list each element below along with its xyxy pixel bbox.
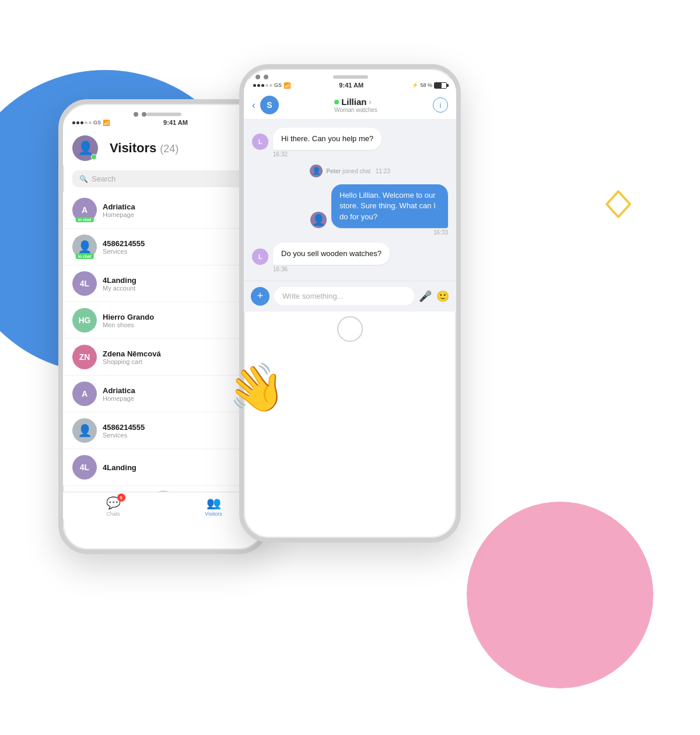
chat-input-bar: + Write something... 🎤 🙂	[244, 281, 456, 312]
r-dot1	[256, 75, 260, 79]
r-sig-dot1	[253, 84, 256, 87]
emoji-icon[interactable]: 🙂	[436, 290, 449, 303]
search-icon: 🔍	[79, 175, 88, 183]
r-sig-dot4	[265, 84, 268, 87]
chat-header: ‹ S Lillian › Woman watches i	[244, 91, 456, 120]
phone-speaker-right	[333, 75, 368, 79]
chats-tab-label: Chats	[106, 511, 120, 517]
microphone-icon[interactable]: 🎤	[419, 290, 432, 303]
visitor-initial-4: ZN	[79, 352, 90, 362]
chat-subtitle: Woman watches	[334, 107, 377, 113]
visitor-info-4: Zdena Němcová Shopping cart	[103, 349, 161, 365]
back-button[interactable]: ‹	[252, 99, 256, 111]
msg-row-2: Hello Lillian. Welcome to our store. Sur…	[252, 184, 448, 228]
msg-col-2: Hello Lillian. Welcome to our store. Sur…	[252, 184, 448, 236]
chevron-right-icon: ›	[369, 98, 371, 106]
visitor-initial-0: A	[82, 205, 88, 215]
msg-row-0: L Hi there. Can you help me?	[252, 128, 448, 150]
wifi-right: 📶	[284, 82, 290, 89]
chat-user-avatar: S	[260, 96, 279, 114]
visitor-page-3: Men shoes	[103, 321, 154, 328]
phone-right: GS 📶 9:41 AM ⚡ 58 % ‹ S	[239, 64, 461, 542]
carrier-left: GS	[93, 120, 101, 125]
time-right: 9:41 AM	[339, 82, 363, 89]
phone-left: GS 📶 9:41 AM 👤 Visitors (24) 🔍 Search	[58, 99, 268, 554]
wave-emoji: 👋	[223, 357, 290, 421]
visitor-name-0: Adriatica	[103, 202, 135, 211]
msg-row-3: L Do you sell wooden watches?	[252, 243, 448, 265]
phone-home-button-right[interactable]	[337, 316, 363, 342]
visitor-name-3: Hierro Grando	[103, 313, 154, 321]
system-msg-text: Peter joined chat 11:23	[326, 168, 390, 174]
yellow-diamond-decoration	[601, 187, 636, 222]
user-avatar-header: 👤	[72, 135, 98, 161]
visitor-avatar-5: A	[72, 382, 97, 406]
sig-dot4	[85, 121, 88, 124]
visitor-icon-6: 👤	[78, 424, 92, 438]
msg-col-3: L Do you sell wooden watches? 16:36	[252, 243, 448, 272]
chat-input-field[interactable]: Write something...	[274, 287, 414, 305]
visitor-avatar-0: A in chat	[72, 198, 97, 222]
visitor-page-6: Services	[103, 432, 145, 439]
visitor-item-1[interactable]: 👤 in chat 4586214555 Services	[63, 229, 264, 265]
chats-badge: 5	[117, 494, 125, 502]
visitor-info-3: Hierro Grando Men shoes	[103, 313, 154, 328]
visitors-tab-icon: 👥	[206, 496, 221, 510]
tab-chats[interactable]: 💬 5 Chats	[63, 496, 163, 517]
plus-icon: +	[257, 290, 264, 302]
visitor-name-5: Adriatica	[103, 386, 135, 395]
visitors-header: 👤 Visitors (24)	[63, 128, 264, 166]
r-sig-dot2	[257, 84, 260, 87]
add-attachment-button[interactable]: +	[251, 287, 270, 306]
visitor-name-2: 4Landing	[103, 276, 136, 285]
search-placeholder: Search	[92, 174, 116, 183]
wifi-left: 📶	[103, 120, 110, 126]
phone-top-notch-left	[63, 104, 264, 117]
msg-avatar-3: L	[252, 249, 268, 265]
visitor-avatar-2: 4L	[72, 271, 97, 296]
chats-tab-icon: 💬 5	[106, 496, 121, 510]
visitor-page-5: Homepage	[103, 395, 135, 402]
visitor-name-4: Zdena Němcová	[103, 349, 161, 358]
input-placeholder: Write something...	[282, 292, 344, 300]
info-button[interactable]: i	[433, 97, 448, 113]
visitor-avatar-1: 👤 in chat	[72, 235, 97, 259]
status-bar-left: GS 📶 9:41 AM	[63, 117, 264, 128]
visitor-info-1: 4586214555 Services	[103, 239, 145, 255]
phone-dots-left	[134, 112, 146, 117]
chat-name-text: Lillian	[341, 97, 366, 107]
visitor-item-3[interactable]: HG Hierro Grando Men shoes	[63, 302, 264, 339]
visitor-item-0[interactable]: A in chat Adriatica Homepage	[63, 192, 264, 229]
carrier-right: GS	[274, 82, 282, 88]
msg-bubble-2: Hello Lillian. Welcome to our store. Sur…	[331, 184, 448, 228]
msg-bubble-3: Do you sell wooden watches?	[273, 243, 390, 265]
sig-dot3	[80, 121, 83, 124]
info-icon: i	[440, 101, 442, 110]
bottom-tabs: 💬 5 Chats 👥 Visitors	[63, 492, 264, 519]
msg-avatar-2: 👤	[310, 212, 327, 228]
visitor-name-7: 4Landing	[103, 463, 136, 472]
phone-dots-right	[256, 75, 268, 79]
chat-avatar-initial: S	[267, 100, 272, 110]
visitor-item-2[interactable]: 4L 4Landing My account	[63, 265, 264, 302]
visitor-list: A in chat Adriatica Homepage 👤 in chat	[63, 192, 264, 486]
battery-percent: 58 %	[420, 82, 432, 88]
in-chat-badge-1: in chat	[76, 254, 94, 259]
msg-bubble-0: Hi there. Can you help me?	[273, 128, 382, 150]
visitor-initial-7: 4L	[80, 463, 89, 472]
r-dot2	[264, 75, 268, 79]
battery-right: ⚡ 58 %	[412, 82, 447, 89]
phones-wrapper: GS 📶 9:41 AM 👤 Visitors (24) 🔍 Search	[58, 29, 583, 671]
header-online-dot	[91, 154, 97, 160]
sig-dot1	[72, 121, 75, 124]
visitor-initial-5: A	[82, 389, 88, 398]
visitors-title: Visitors	[110, 141, 156, 156]
dot2	[142, 112, 146, 117]
visitor-item-7[interactable]: 4L 4Landing	[63, 449, 264, 486]
bluetooth-icon: ⚡	[412, 82, 418, 88]
in-chat-badge-0: in chat	[76, 217, 94, 222]
visitor-info-5: Adriatica Homepage	[103, 386, 135, 402]
visitor-initial-3: HG	[79, 316, 91, 325]
phone-speaker-left	[146, 113, 181, 116]
search-bar[interactable]: 🔍 Search	[72, 170, 254, 187]
